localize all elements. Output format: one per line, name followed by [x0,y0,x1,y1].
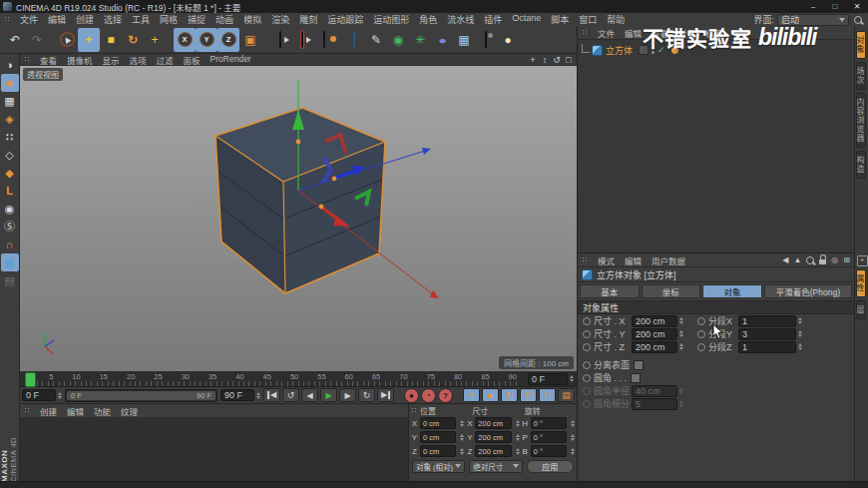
enable-axis-icon[interactable]: L [1,182,19,200]
menu-item[interactable]: 帮助 [602,13,630,26]
menu-item[interactable]: 创建 [71,13,99,26]
stepper-icon[interactable] [571,434,575,441]
stepper-icon[interactable] [516,420,520,427]
object-manager-menu-item[interactable]: 标签 [700,27,727,39]
snap-icon[interactable]: Ⓢ [1,218,19,236]
size-field[interactable]: 200 cm [475,417,511,429]
object-manager-menu-item[interactable]: 对象 [673,27,700,39]
render-view-icon[interactable] [269,28,291,52]
stepper-icon[interactable] [460,434,464,441]
dock-tab[interactable]: 场次 [856,62,866,90]
stepper-icon[interactable] [516,434,520,441]
attribute-value-field[interactable]: 200 cm [632,341,677,353]
attribute-value-field[interactable]: 1 [738,341,796,353]
menu-item[interactable]: 运动跟踪 [322,13,368,26]
pin-icon[interactable]: ◎ [831,255,838,264]
start-frame-field[interactable]: 0 F [22,389,56,401]
stepper-icon[interactable] [798,343,802,350]
attribute-value-field[interactable]: 200 cm [632,315,677,327]
dock-tab[interactable]: 层 [856,300,866,319]
polygons-mode-icon[interactable]: ◆ [1,164,19,182]
object-manager-menu-item[interactable]: 查看 [647,27,673,39]
menu-item[interactable]: 插件 [479,13,507,26]
last-tool-icon[interactable]: + [144,28,166,52]
menu-item[interactable]: 脚本 [546,13,574,26]
panel-grip-icon[interactable] [411,407,418,414]
stepper-icon[interactable] [798,317,802,324]
toggle-view-icon[interactable]: □ [563,55,575,65]
viewport-menu-item[interactable]: 显示 [98,54,125,66]
position-field[interactable]: 0 cm [420,431,456,443]
zoom-view-icon[interactable]: ↕ [539,55,551,65]
close-button[interactable]: ✕ [846,2,868,11]
goto-end-button[interactable]: ▶ [377,388,394,402]
keyframe-presets-icon[interactable]: ▤ [558,388,575,402]
menu-item[interactable]: 角色 [414,13,442,26]
material-list-area[interactable] [20,417,408,481]
layer-toggle-icon[interactable] [639,45,649,55]
menu-item[interactable]: 雕刻 [294,13,322,26]
attribute-tab[interactable]: 平滑着色(Phong) [764,284,852,298]
attribute-menu-item[interactable]: 模式 [593,254,620,266]
stepper-icon[interactable] [58,392,62,399]
menu-item[interactable]: Octane [507,13,546,26]
dock-tab[interactable]: 构造 [856,151,866,179]
menu-item[interactable]: 运动图形 [368,13,414,26]
object-manager-menu-item[interactable]: 编辑 [620,27,647,39]
size-field[interactable]: 200 cm [475,431,511,443]
texture-mode-icon[interactable]: ▦ [1,92,19,110]
panel-grip-icon[interactable] [582,29,589,36]
undo-icon[interactable]: ↶ [4,28,26,52]
stepper-icon[interactable] [679,317,683,324]
camera-icon[interactable] [475,28,497,52]
material-menu-item[interactable]: 编辑 [62,405,89,417]
rotation-field[interactable]: 0 ° [531,431,567,443]
redo-icon[interactable]: ↷ [26,28,48,52]
menu-item[interactable]: 捕捉 [183,13,211,26]
menu-item[interactable]: 动画 [211,13,238,26]
z-axis-lock-icon[interactable]: Z [217,28,239,52]
timeline-ruler[interactable]: 051015202530354045505560657075808590 0 F [20,371,577,387]
key-scale-toggle[interactable]: ■ [482,388,499,402]
light-icon[interactable]: ● [497,28,519,52]
size-mode-dropdown[interactable]: 绝对尺寸 [469,460,522,473]
key-pla-toggle[interactable]: ∷ [539,388,556,402]
deformer-icon[interactable]: ✳ [409,28,431,52]
menu-item[interactable]: 窗口 [574,13,602,26]
model-mode-icon[interactable]: ■ [1,74,19,92]
menu-item[interactable]: 工具 [127,13,155,26]
size-field[interactable]: 200 cm [475,445,511,457]
maximize-button[interactable]: □ [824,2,846,11]
apply-button[interactable]: 应用 [527,460,574,473]
attribute-tab[interactable]: 对象 [702,284,762,298]
history-up-icon[interactable]: ▲ [793,255,801,264]
minimize-button[interactable]: – [802,2,824,11]
checkbox[interactable] [631,373,641,383]
stepper-icon[interactable] [571,420,575,427]
menu-item[interactable]: 文件 [15,13,43,26]
menu-item[interactable]: 编辑 [43,13,71,26]
menu-item[interactable]: 选择 [99,13,127,26]
coordinate-system-icon[interactable]: ▣ [239,28,261,52]
primitive-cube-icon[interactable] [343,28,365,52]
prev-key-button[interactable]: ↺ [282,388,299,402]
stepper-icon[interactable] [256,392,260,399]
stepper-icon[interactable] [679,330,683,337]
stepper-icon[interactable] [798,330,802,337]
attribute-value-field[interactable]: 200 cm [632,328,677,340]
attribute-value-field[interactable]: 1 [738,315,796,327]
viewport-menu-item[interactable]: 选项 [125,54,152,66]
render-settings-icon[interactable] [313,28,335,52]
new-panel-icon[interactable]: ⊞ [843,255,850,264]
object-row-cube[interactable]: 立方体 ✓ [582,44,678,56]
search-icon[interactable] [854,16,862,24]
panel-grip-icon[interactable] [24,56,31,63]
move-tool-icon[interactable]: + [78,28,100,52]
panel-grip-icon[interactable] [4,16,11,23]
viewport-menu-item[interactable]: 面板 [179,54,206,66]
spline-pen-icon[interactable]: ✎ [365,28,387,52]
phong-tag-icon[interactable] [671,47,678,54]
attribute-tab[interactable]: 基本 [580,284,640,298]
rotation-field[interactable]: 0 ° [531,417,567,429]
workplane-snap-icon[interactable]: ▤ [1,271,19,289]
